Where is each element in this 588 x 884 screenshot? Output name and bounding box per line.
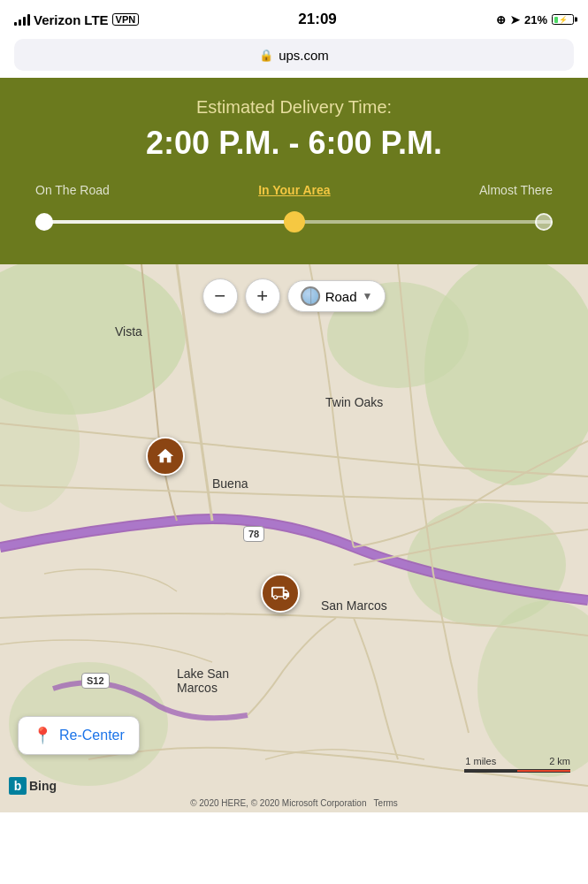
delivery-label: Estimated Delivery Time: bbox=[27, 97, 561, 118]
zoom-in-button[interactable]: + bbox=[245, 278, 280, 314]
dot-current bbox=[284, 211, 305, 232]
compass-icon: ➤ bbox=[510, 13, 520, 27]
stage-in-your-area: In Your Area bbox=[258, 183, 330, 197]
stage-almost-there: Almost There bbox=[479, 183, 553, 197]
network-label: LTE bbox=[84, 12, 108, 27]
truck-marker bbox=[261, 574, 300, 613]
progress-track bbox=[35, 206, 553, 238]
carrier-label: Verizon bbox=[34, 12, 80, 27]
recenter-label: Re-Center bbox=[59, 728, 125, 743]
lock-icon: 🔒 bbox=[259, 49, 273, 62]
battery-container: ⚡ bbox=[552, 14, 574, 25]
battery-percent: 21% bbox=[524, 13, 547, 27]
vpn-badge: VPN bbox=[112, 13, 140, 26]
home-marker bbox=[146, 437, 185, 476]
scale-line bbox=[464, 769, 570, 773]
scale-km: 2 km bbox=[549, 756, 570, 766]
bing-label: Bing bbox=[29, 779, 57, 793]
home-icon bbox=[156, 446, 175, 466]
map-type-label: Road bbox=[325, 289, 357, 304]
location-icon: ⊕ bbox=[496, 13, 506, 27]
map-controls: − + Road ▼ bbox=[202, 278, 386, 314]
dot-end bbox=[535, 213, 553, 231]
map-type-button[interactable]: Road ▼ bbox=[287, 280, 386, 312]
highway-s12-badge: S12 bbox=[81, 673, 110, 689]
status-bar: Verizon LTE VPN 21:09 ⊕ ➤ 21% ⚡ bbox=[0, 0, 588, 39]
highway-78-badge: 78 bbox=[243, 526, 264, 542]
signal-bars bbox=[14, 13, 30, 26]
map-copyright: © 2020 HERE, © 2020 Microsoft Corporatio… bbox=[190, 798, 398, 808]
signal-bar-1 bbox=[14, 22, 17, 26]
battery-fill bbox=[554, 17, 558, 23]
map-container[interactable]: Vista Buena Twin Oaks San Marcos Lake Sa… bbox=[0, 264, 588, 812]
progress-fill bbox=[35, 220, 294, 224]
url-text: ups.com bbox=[279, 48, 329, 63]
truck-icon bbox=[271, 583, 290, 603]
progress-labels: On The Road In Your Area Almost There bbox=[35, 183, 553, 197]
signal-bar-4 bbox=[27, 14, 30, 26]
dot-start bbox=[35, 213, 53, 231]
progress-section: On The Road In Your Area Almost There bbox=[27, 183, 561, 238]
chevron-down-icon: ▼ bbox=[362, 290, 372, 302]
scale-miles: 1 miles bbox=[465, 756, 496, 766]
terms-link[interactable]: Terms bbox=[374, 798, 398, 808]
bing-icon: b bbox=[9, 777, 27, 795]
scale-labels: 1 miles 2 km bbox=[465, 756, 570, 766]
status-left: Verizon LTE VPN bbox=[14, 12, 139, 27]
charging-icon: ⚡ bbox=[559, 16, 568, 24]
scale-bar: 1 miles 2 km bbox=[464, 756, 570, 773]
signal-bar-2 bbox=[19, 19, 21, 26]
time-display: 21:09 bbox=[298, 11, 336, 28]
recenter-button[interactable]: 📍 Re-Center bbox=[18, 716, 140, 755]
bing-logo: b Bing bbox=[9, 777, 57, 795]
stage-on-the-road: On The Road bbox=[35, 183, 110, 197]
address-bar[interactable]: 🔒 ups.com bbox=[14, 39, 574, 71]
battery-icon: ⚡ bbox=[552, 14, 574, 25]
status-right: ⊕ ➤ 21% ⚡ bbox=[496, 13, 574, 27]
recenter-icon: 📍 bbox=[33, 726, 52, 745]
delivery-banner: Estimated Delivery Time: 2:00 P.M. - 6:0… bbox=[0, 78, 588, 264]
delivery-time: 2:00 P.M. - 6:00 P.M. bbox=[27, 125, 561, 162]
signal-bar-3 bbox=[23, 17, 26, 26]
globe-icon bbox=[301, 286, 320, 306]
zoom-out-button[interactable]: − bbox=[202, 278, 238, 314]
